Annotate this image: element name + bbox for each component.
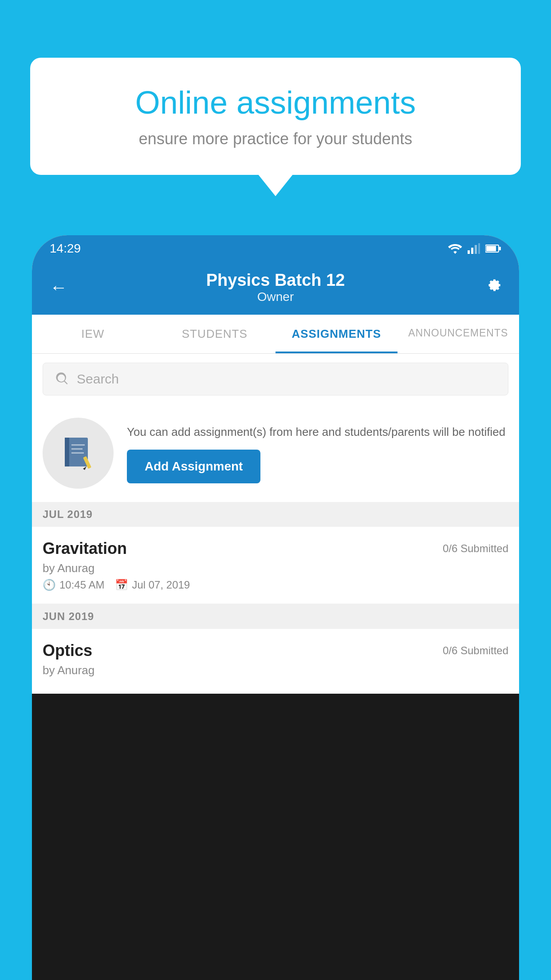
settings-button[interactable] [484,277,501,298]
header-subtitle: Owner [206,290,345,304]
assignment-time: 🕙 10:45 AM [43,579,104,591]
assignment-submitted-gravitation: 0/6 Submitted [443,542,508,555]
phone-content: Search [32,363,519,694]
assignment-by-optics: by Anurag [43,664,508,677]
assignment-item-gravitation[interactable]: Gravitation 0/6 Submitted by Anurag 🕙 10… [32,527,519,604]
assignment-icon-circle [43,418,114,489]
svg-rect-1 [471,248,473,254]
svg-rect-6 [499,247,501,250]
gear-icon [484,277,501,294]
add-assignment-button[interactable]: Add Assignment [127,450,260,483]
tab-assignments[interactable]: ASSIGNMENTS [276,315,398,353]
notebook-icon [58,433,98,473]
phone-frame: 14:29 [32,235,519,980]
svg-rect-10 [71,448,83,450]
status-icons [448,243,501,254]
time-value: 10:45 AM [59,579,104,591]
search-placeholder: Search [77,371,119,387]
status-bar: 14:29 [32,235,519,262]
tab-iew[interactable]: IEW [32,315,154,353]
tabs-container: IEW STUDENTS ASSIGNMENTS ANNOUNCEMENTS [32,315,519,354]
assignment-item-optics[interactable]: Optics 0/6 Submitted by Anurag [32,629,519,694]
wifi-icon [448,243,462,254]
calendar-icon: 📅 [115,579,128,591]
bubble-subtitle: ensure more practice for your students [61,130,490,148]
svg-rect-2 [475,245,477,254]
assignment-item-header-optics: Optics 0/6 Submitted [43,641,508,660]
search-icon [54,371,70,387]
assignment-info: You can add assignment(s) from here and … [127,423,508,483]
assignment-by-gravitation: by Anurag [43,561,508,575]
svg-rect-0 [468,250,470,254]
assignment-description: You can add assignment(s) from here and … [127,423,508,441]
search-bar[interactable]: Search [43,363,508,395]
assignment-name-optics: Optics [43,641,92,660]
back-button[interactable]: ← [50,277,67,297]
app-header: ← Physics Batch 12 Owner [32,262,519,315]
header-title-area: Physics Batch 12 Owner [206,271,345,304]
assignment-date: 📅 Jul 07, 2019 [115,579,190,591]
svg-rect-3 [478,243,480,254]
tab-students[interactable]: STUDENTS [154,315,276,353]
svg-rect-8 [65,438,69,466]
status-time: 14:29 [50,241,81,256]
speech-bubble: Online assignments ensure more practice … [30,58,521,175]
svg-rect-5 [486,246,496,251]
assignment-submitted-optics: 0/6 Submitted [443,644,508,657]
section-header-jul: JUL 2019 [32,502,519,527]
assignment-meta-gravitation: 🕙 10:45 AM 📅 Jul 07, 2019 [43,579,508,591]
battery-icon [485,244,501,253]
svg-marker-13 [83,466,87,470]
speech-bubble-area: Online assignments ensure more practice … [30,58,521,175]
header-title: Physics Batch 12 [206,271,345,290]
assignment-name-gravitation: Gravitation [43,539,127,558]
phone-inner: 14:29 [32,235,519,694]
clock-icon: 🕙 [43,579,56,591]
svg-rect-11 [71,452,84,454]
tab-announcements[interactable]: ANNOUNCEMENTS [398,315,520,353]
add-assignment-section: You can add assignment(s) from here and … [32,404,519,502]
date-value: Jul 07, 2019 [132,579,190,591]
section-header-jun: JUN 2019 [32,604,519,629]
signal-icon [468,243,480,254]
svg-rect-9 [71,444,85,446]
assignment-item-header: Gravitation 0/6 Submitted [43,539,508,558]
bubble-title: Online assignments [61,84,490,121]
